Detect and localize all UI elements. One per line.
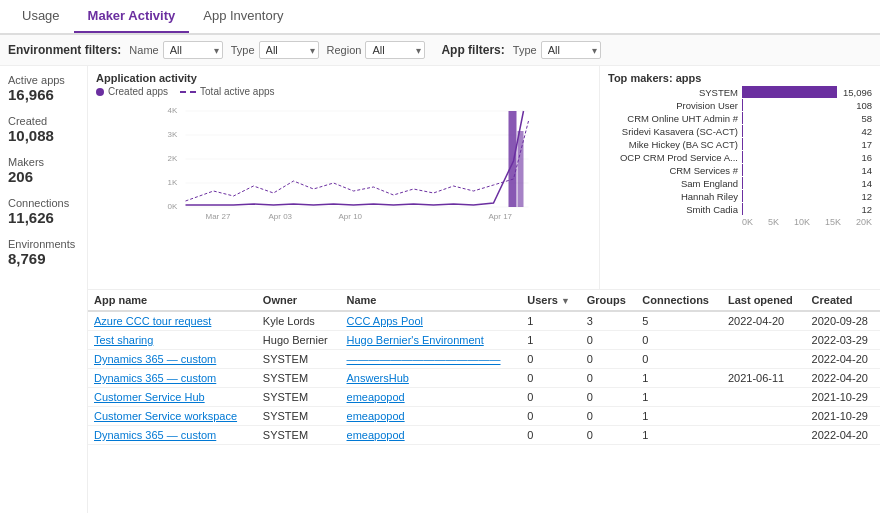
- app-name-cell[interactable]: Dynamics 365 — custom: [88, 369, 257, 388]
- legend-total-dash: [180, 91, 196, 93]
- bar-row: Provision User 108: [608, 99, 872, 111]
- name-cell[interactable]: emeapopod: [341, 426, 522, 445]
- tab-bar: Usage Maker Activity App Inventory: [0, 0, 880, 35]
- name-cell[interactable]: CCC Apps Pool: [341, 311, 522, 331]
- svg-rect-11: [518, 131, 524, 207]
- bar-value: 12: [861, 204, 872, 215]
- name-cell[interactable]: emeapopod: [341, 388, 522, 407]
- tab-app-inventory[interactable]: App Inventory: [189, 0, 297, 33]
- bar-value: 14: [861, 165, 872, 176]
- type-filter-label: Type: [231, 44, 255, 56]
- created-cell: 2022-04-20: [806, 369, 880, 388]
- connections-cell: 0: [636, 331, 722, 350]
- sort-icon: ▼: [561, 296, 570, 306]
- app-name-cell[interactable]: Test sharing: [88, 331, 257, 350]
- groups-cell: 0: [581, 350, 637, 369]
- type-filter-group: Type All: [231, 41, 319, 59]
- bar-row: CRM Online UHT Admin # 58: [608, 112, 872, 124]
- bar-name: Smith Cadia: [608, 204, 738, 215]
- users-cell: 1: [521, 331, 580, 350]
- bar-track: [742, 99, 850, 111]
- bar-value: 108: [856, 100, 872, 111]
- bar-row: Hannah Riley 12: [608, 190, 872, 202]
- bar-track: [742, 177, 855, 189]
- name-cell[interactable]: Hugo Bernier's Environment: [341, 331, 522, 350]
- bar-row: Mike Hickey (BA SC ACT) 17: [608, 138, 872, 150]
- created-cell: 2021-10-29: [806, 407, 880, 426]
- svg-text:Apr 03: Apr 03: [269, 212, 293, 221]
- users-cell: 0: [521, 369, 580, 388]
- type-filter-select[interactable]: All: [259, 41, 319, 59]
- app-type-filter-label: Type: [513, 44, 537, 56]
- connections-cell: 1: [636, 388, 722, 407]
- users-cell: 0: [521, 388, 580, 407]
- stat-active-apps: Active apps 16,966: [8, 74, 79, 103]
- table-row: Customer Service Hub SYSTEM emeapopod 0 …: [88, 388, 880, 407]
- bar-name: Mike Hickey (BA SC ACT): [608, 139, 738, 150]
- col-created: Created: [806, 290, 880, 311]
- bar-name: Hannah Riley: [608, 191, 738, 202]
- app-name-cell[interactable]: Customer Service Hub: [88, 388, 257, 407]
- col-name: Name: [341, 290, 522, 311]
- table-row: Dynamics 365 — custom SYSTEM AnswersHub …: [88, 369, 880, 388]
- owner-cell: SYSTEM: [257, 426, 341, 445]
- users-cell: 1: [521, 311, 580, 331]
- region-filter-group: Region All: [327, 41, 426, 59]
- table-row: Dynamics 365 — custom SYSTEM ———————————…: [88, 350, 880, 369]
- created-cell: 2021-10-29: [806, 388, 880, 407]
- name-cell[interactable]: emeapopod: [341, 407, 522, 426]
- bar-value: 16: [861, 152, 872, 163]
- col-users: Users ▼: [521, 290, 580, 311]
- name-cell[interactable]: AnswersHub: [341, 369, 522, 388]
- name-cell[interactable]: ——————————————: [341, 350, 522, 369]
- col-connections: Connections: [636, 290, 722, 311]
- line-chart-container: Application activity Created apps Total …: [88, 66, 600, 289]
- bar-track: [742, 86, 837, 98]
- bar-name: Provision User: [608, 100, 738, 111]
- bar-rows: SYSTEM 15,096 Provision User 108 CRM Onl…: [608, 86, 872, 215]
- col-owner: Owner: [257, 290, 341, 311]
- tab-maker-activity[interactable]: Maker Activity: [74, 0, 190, 33]
- table-area[interactable]: App name Owner Name Users ▼ Groups Conne…: [88, 290, 880, 513]
- bar-track: [742, 190, 855, 202]
- stat-connections: Connections 11,626: [8, 197, 79, 226]
- app-name-cell[interactable]: Azure CCC tour request: [88, 311, 257, 331]
- bar-value: 42: [861, 126, 872, 137]
- bar-name: SYSTEM: [608, 87, 738, 98]
- bar-chart-container: Top makers: apps SYSTEM 15,096 Provision…: [600, 66, 880, 289]
- bar-track: [742, 125, 855, 137]
- groups-cell: 3: [581, 311, 637, 331]
- app-type-filter-select[interactable]: All: [541, 41, 601, 59]
- bar-name: CRM Online UHT Admin #: [608, 113, 738, 124]
- bar-name: Sridevi Kasavera (SC-ACT): [608, 126, 738, 137]
- svg-text:Mar 27: Mar 27: [206, 212, 231, 221]
- users-cell: 0: [521, 426, 580, 445]
- groups-cell: 0: [581, 331, 637, 350]
- connections-cell: 1: [636, 369, 722, 388]
- app-name-cell[interactable]: Dynamics 365 — custom: [88, 426, 257, 445]
- groups-cell: 0: [581, 407, 637, 426]
- chart-legend: Created apps Total active apps: [96, 86, 591, 97]
- bar-track: [742, 112, 855, 124]
- last-opened-cell: [722, 407, 806, 426]
- connections-cell: 5: [636, 311, 722, 331]
- app-type-filter-group: Type All: [513, 41, 601, 59]
- created-cell: 2022-04-20: [806, 350, 880, 369]
- svg-text:0K: 0K: [168, 202, 178, 211]
- table-row: Azure CCC tour request Kyle Lords CCC Ap…: [88, 311, 880, 331]
- created-cell: 2022-04-20: [806, 426, 880, 445]
- owner-cell: SYSTEM: [257, 350, 341, 369]
- name-filter-group: Name All: [129, 41, 222, 59]
- svg-text:1K: 1K: [168, 178, 178, 187]
- bar-row: SYSTEM 15,096: [608, 86, 872, 98]
- legend-created: Created apps: [96, 86, 168, 97]
- table-row: Dynamics 365 — custom SYSTEM emeapopod 0…: [88, 426, 880, 445]
- bar-row: OCP CRM Prod Service A... 16: [608, 151, 872, 163]
- app-name-cell[interactable]: Customer Service workspace: [88, 407, 257, 426]
- app-name-cell[interactable]: Dynamics 365 — custom: [88, 350, 257, 369]
- tab-usage[interactable]: Usage: [8, 0, 74, 33]
- charts-top: Application activity Created apps Total …: [88, 66, 880, 290]
- name-filter-select[interactable]: All: [163, 41, 223, 59]
- region-filter-select[interactable]: All: [365, 41, 425, 59]
- stat-environments: Environments 8,769: [8, 238, 79, 267]
